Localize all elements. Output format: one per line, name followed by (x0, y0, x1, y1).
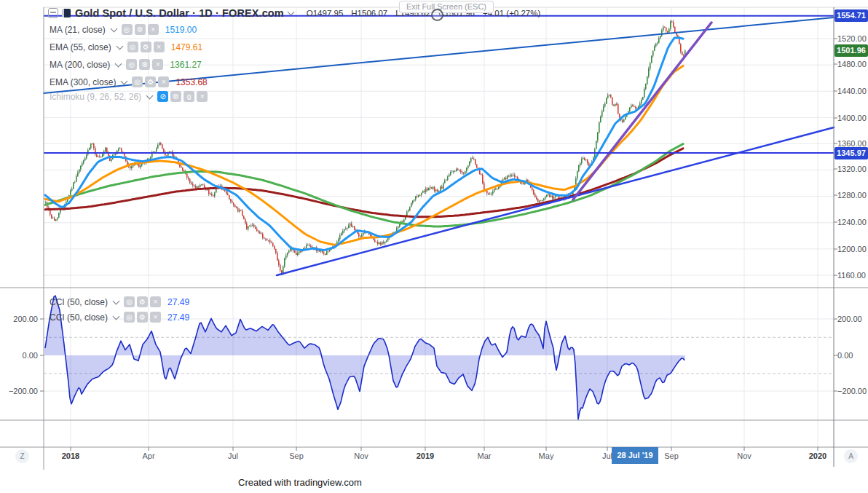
visibility-off-icon[interactable]: ⊘ (157, 91, 168, 102)
remove-icon[interactable]: × (197, 91, 208, 102)
indicator-label: MA (21, close) (50, 25, 106, 35)
time-axis-label: 2019 (405, 451, 446, 460)
settings-icon[interactable]: ⚙ (137, 312, 148, 323)
symbol-logo (62, 9, 71, 17)
support-trendline[interactable] (277, 127, 834, 275)
chevron-down-icon[interactable] (287, 9, 294, 16)
time-axis-label: May (526, 451, 567, 460)
settings-icon[interactable]: ⚙ (139, 59, 150, 70)
settings-icon[interactable]: ⚙ (135, 24, 146, 35)
visibility-icon[interactable]: ◎ (132, 76, 143, 87)
chevron-down-icon[interactable] (121, 77, 128, 84)
indicator-label: Ichimoku (9, 26, 52, 26) (50, 92, 141, 102)
visibility-icon[interactable]: ◎ (122, 24, 133, 35)
indicator-legend-row[interactable]: EMA (55, close)◎⚙×1479.61 (50, 41, 202, 53)
visibility-icon[interactable]: ◎ (124, 296, 135, 307)
indicator-value: 1361.27 (170, 60, 201, 70)
source-code-icon[interactable]: {} (184, 91, 194, 102)
time-axis-label: Nov (341, 451, 382, 460)
alert-level-badge: 1345.97 (835, 147, 868, 159)
ohlc-open: O1497.95 (307, 9, 344, 17)
remove-icon[interactable]: × (152, 59, 163, 70)
indicator-value: 1519.00 (165, 25, 197, 35)
indicator-legend-row[interactable]: MA (200, close)◎⚙×1361.27 (50, 58, 202, 71)
time-axis-label: Mar (464, 451, 505, 460)
price-axis-label: 1200.00 (837, 245, 867, 254)
cursor-circle-icon (431, 9, 443, 21)
settings-icon[interactable]: ⚙ (137, 296, 148, 307)
indicator-label: EMA (300, close) (50, 77, 116, 87)
visibility-icon[interactable]: ◎ (126, 59, 137, 70)
chevron-down-icon[interactable] (110, 25, 117, 32)
settings-icon[interactable]: ⚙ (141, 42, 151, 52)
indicator-label: EMA (55, close) (50, 42, 111, 52)
remove-icon[interactable]: × (150, 312, 161, 323)
chart-canvas[interactable] (0, 0, 868, 493)
indicator-legend-row[interactable]: CCI (50, close)◎⚙×27.49 (50, 296, 189, 308)
indicator-legend-row[interactable]: EMA (300, close)◎⚙×1353.68 (50, 76, 208, 88)
visibility-icon[interactable]: ◎ (127, 42, 138, 52)
indicator-value: 27.49 (167, 297, 189, 307)
tradingview-chart-window: Exit Full Screen (ESC) Gold Spot / U.S. … (0, 0, 868, 493)
cci-axis-label: 0.00 (837, 351, 853, 360)
time-axis-label: Apr (128, 451, 169, 460)
price-axis-label: 1480.00 (837, 60, 867, 69)
time-axis-label: 2020 (797, 451, 838, 460)
remove-icon[interactable]: × (158, 76, 169, 87)
chevron-down-icon[interactable] (113, 312, 120, 320)
chevron-down-icon[interactable] (113, 297, 120, 304)
cci-axis-label: 200.00 (837, 315, 862, 323)
indicator-legend-row[interactable]: Ichimoku (9, 26, 52, 26)⊘⚙{}× (50, 90, 208, 103)
settings-icon[interactable]: ⚙ (170, 91, 181, 102)
tradingview-credit: Created with tradingview.com (238, 477, 362, 488)
timezone-z-button[interactable]: Z (15, 449, 29, 463)
indicator-label: MA (200, close) (50, 60, 110, 70)
indicator-value: 1353.68 (175, 77, 207, 87)
indicator-legend-row[interactable]: MA (21, close)◎⚙×1519.00 (50, 23, 197, 36)
symbol-title[interactable]: Gold Spot / U.S. Dollar · 1D · FOREX.com (75, 7, 284, 19)
price-axis-label: 1440.00 (837, 87, 867, 96)
remove-icon[interactable]: × (148, 24, 159, 35)
exit-fullscreen-tooltip: Exit Full Screen (ESC) (399, 1, 494, 13)
steep-rally-line[interactable] (573, 23, 711, 200)
indicator-value: 27.49 (167, 312, 189, 323)
indicator-label: CCI (50, close) (50, 297, 108, 307)
price-axis-label: 1320.00 (837, 165, 867, 174)
remove-icon[interactable]: × (150, 296, 161, 307)
ohlc-high: H1506.07 (351, 9, 387, 17)
price-axis-label: 1240.00 (837, 218, 867, 227)
visibility-icon[interactable]: ◎ (124, 312, 135, 323)
chevron-down-icon[interactable] (115, 60, 122, 67)
chevron-down-icon[interactable] (146, 92, 154, 99)
chevron-down-icon[interactable] (116, 42, 123, 50)
cci-axis-label: −200.00 (837, 387, 867, 395)
indicator-value: 1479.61 (171, 42, 202, 52)
cci-axis-label: −200.00 (0, 387, 38, 395)
remove-icon[interactable]: × (154, 42, 165, 52)
time-axis-label: Nov (724, 451, 765, 460)
indicator-label: CCI (50, close) (50, 312, 108, 323)
time-axis-label: 2018 (50, 451, 91, 460)
settings-icon[interactable]: ⚙ (145, 76, 156, 87)
collapse-legend-icon[interactable] (48, 8, 58, 18)
cci-axis-label: 200.00 (0, 315, 38, 323)
price-axis-label: 1400.00 (837, 114, 867, 123)
cci-axis-label: 0.00 (0, 351, 38, 360)
time-axis-label: Sep (276, 451, 317, 460)
time-axis-label: Jul (213, 451, 253, 460)
price-axis-label: 1280.00 (837, 191, 867, 200)
indicator-legend-row[interactable]: CCI (50, close)◎⚙×27.49 (50, 311, 189, 323)
price-axis-label: 1520.00 (837, 34, 867, 44)
alert-level-badge: 1554.71 (835, 9, 868, 22)
date-badge: 28 Jul '19 (612, 447, 658, 464)
last-price-badge: 1501.96 (835, 44, 868, 57)
price-axis-label: 1160.00 (837, 271, 866, 280)
auto-scale-a-button[interactable]: A (844, 449, 858, 463)
